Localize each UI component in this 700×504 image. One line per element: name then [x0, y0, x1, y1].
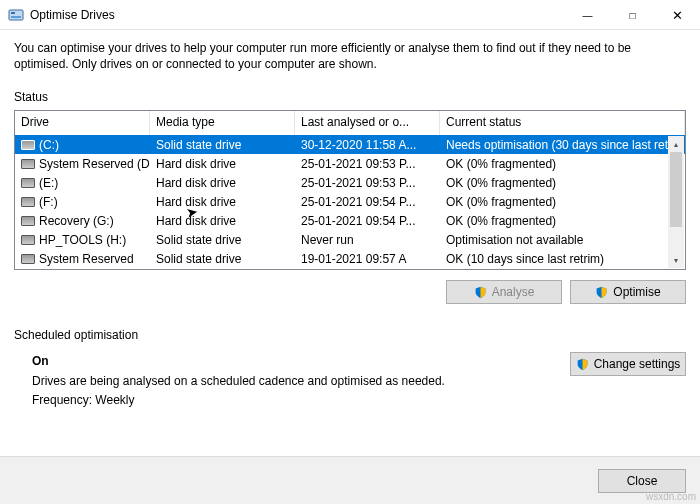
cell-drive: (E:)	[15, 176, 150, 190]
cell-media: Hard disk drive	[150, 157, 295, 171]
drive-name: (F:)	[39, 195, 58, 209]
cell-media: Solid state drive	[150, 233, 295, 247]
scheduled-frequency: Frequency: Weekly	[32, 393, 135, 407]
scheduled-desc: Drives are being analysed on a scheduled…	[32, 374, 445, 388]
cell-last: 19-01-2021 09:57 A	[295, 252, 440, 266]
minimize-button[interactable]: —	[565, 0, 610, 30]
cell-status: OK (10 days since last retrim)	[440, 252, 685, 266]
cell-drive: (C:)	[15, 138, 150, 152]
maximize-button[interactable]: □	[610, 0, 655, 30]
drive-icon	[21, 159, 35, 169]
drive-icon	[21, 254, 35, 264]
cell-media: Solid state drive	[150, 252, 295, 266]
drive-icon	[21, 197, 35, 207]
scroll-thumb[interactable]	[670, 152, 682, 227]
cell-drive: (F:)	[15, 195, 150, 209]
cell-last: Never run	[295, 233, 440, 247]
app-icon	[8, 7, 24, 23]
scroll-down-button[interactable]: ▾	[668, 252, 684, 268]
cell-status: OK (0% fragmented)	[440, 157, 685, 171]
close-window-button[interactable]: ✕	[655, 0, 700, 30]
cell-last: 25-01-2021 09:53 P...	[295, 157, 440, 171]
close-button[interactable]: Close	[598, 469, 686, 493]
scrollbar[interactable]: ▴ ▾	[668, 136, 684, 268]
cell-last: 25-01-2021 09:54 P...	[295, 214, 440, 228]
status-label: Status	[14, 90, 686, 104]
cell-status: Needs optimisation (30 days since last r…	[440, 138, 685, 152]
cell-status: OK (0% fragmented)	[440, 195, 685, 209]
cell-drive: Recovery (G:)	[15, 214, 150, 228]
table-row[interactable]: Recovery (G:)Hard disk drive25-01-2021 0…	[15, 211, 685, 230]
cell-drive: HP_TOOLS (H:)	[15, 233, 150, 247]
cell-media: Hard disk drive	[150, 214, 295, 228]
svg-rect-2	[11, 16, 21, 18]
table-header: Drive Media type Last analysed or o... C…	[15, 111, 685, 135]
svg-rect-1	[11, 12, 15, 14]
change-settings-button[interactable]: Change settings	[570, 352, 686, 376]
analyse-button[interactable]: Analyse	[446, 280, 562, 304]
drive-name: (E:)	[39, 176, 58, 190]
titlebar: Optimise Drives — □ ✕	[0, 0, 700, 30]
scheduled-section-label: Scheduled optimisation	[14, 328, 686, 342]
scheduled-state: On	[32, 354, 49, 368]
analyse-label: Analyse	[492, 285, 535, 299]
close-label: Close	[627, 474, 658, 488]
col-last-header[interactable]: Last analysed or o...	[295, 111, 440, 135]
drive-name: (C:)	[39, 138, 59, 152]
scheduled-text: On Drives are being analysed on a schedu…	[32, 352, 570, 410]
cell-last: 25-01-2021 09:53 P...	[295, 176, 440, 190]
window-title: Optimise Drives	[30, 8, 565, 22]
drive-icon	[21, 216, 35, 226]
drive-name: Recovery (G:)	[39, 214, 114, 228]
col-status-header[interactable]: Current status	[440, 111, 685, 135]
shield-icon	[576, 358, 589, 371]
svg-rect-0	[9, 10, 23, 20]
cell-media: Solid state drive	[150, 138, 295, 152]
drive-name: System Reserved	[39, 252, 134, 266]
scroll-track[interactable]	[668, 152, 684, 252]
cell-status: OK (0% fragmented)	[440, 214, 685, 228]
cell-status: OK (0% fragmented)	[440, 176, 685, 190]
drive-name: System Reserved (D:)	[39, 157, 150, 171]
table-row[interactable]: System Reserved (D:)Hard disk drive25-01…	[15, 154, 685, 173]
cell-media: Hard disk drive	[150, 195, 295, 209]
drive-icon	[21, 140, 35, 150]
cell-last: 30-12-2020 11:58 A...	[295, 138, 440, 152]
col-media-header[interactable]: Media type	[150, 111, 295, 135]
drive-icon	[21, 235, 35, 245]
drive-name: HP_TOOLS (H:)	[39, 233, 126, 247]
optimise-button[interactable]: Optimise	[570, 280, 686, 304]
change-settings-label: Change settings	[594, 357, 681, 371]
table-body: (C:)Solid state drive30-12-2020 11:58 A.…	[15, 135, 685, 269]
scroll-up-button[interactable]: ▴	[668, 136, 684, 152]
cell-media: Hard disk drive	[150, 176, 295, 190]
drives-table: Drive Media type Last analysed or o... C…	[14, 110, 686, 270]
col-drive-header[interactable]: Drive	[15, 111, 150, 135]
table-row[interactable]: System ReservedSolid state drive19-01-20…	[15, 249, 685, 268]
cell-last: 25-01-2021 09:54 P...	[295, 195, 440, 209]
shield-icon	[595, 286, 608, 299]
optimise-label: Optimise	[613, 285, 660, 299]
table-row[interactable]: (E:)Hard disk drive25-01-2021 09:53 P...…	[15, 173, 685, 192]
shield-icon	[474, 286, 487, 299]
cell-status: Optimisation not available	[440, 233, 685, 247]
table-row[interactable]: (C:)Solid state drive30-12-2020 11:58 A.…	[15, 135, 685, 154]
table-row[interactable]: (F:)Hard disk drive25-01-2021 09:54 P...…	[15, 192, 685, 211]
table-row[interactable]: HP_TOOLS (H:)Solid state driveNever runO…	[15, 230, 685, 249]
drive-icon	[21, 178, 35, 188]
window-controls: — □ ✕	[565, 0, 700, 29]
bottom-bar: Close	[0, 456, 700, 504]
intro-text: You can optimise your drives to help you…	[14, 40, 686, 72]
cell-drive: System Reserved	[15, 252, 150, 266]
cell-drive: System Reserved (D:)	[15, 157, 150, 171]
